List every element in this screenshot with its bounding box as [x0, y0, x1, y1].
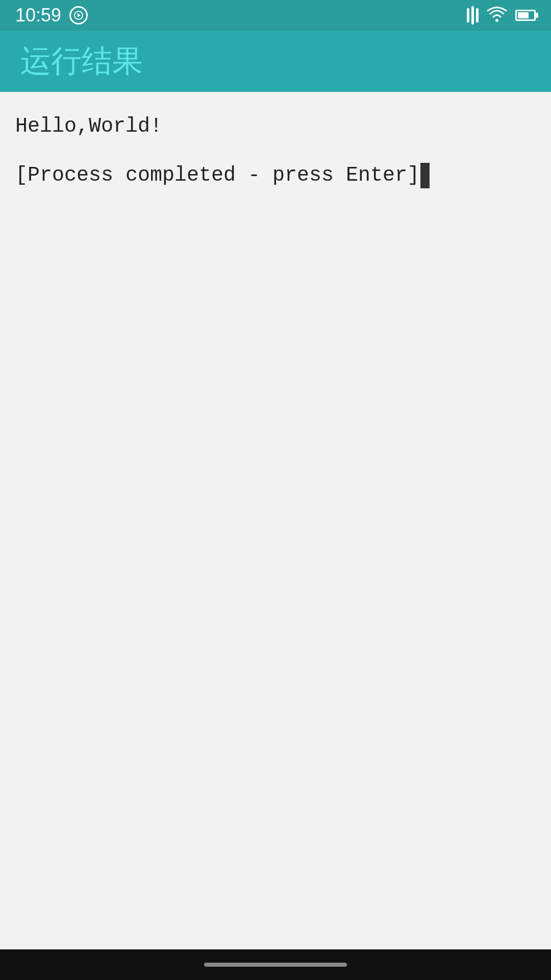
vibrate-icon	[467, 6, 479, 24]
nav-bar	[0, 949, 551, 980]
status-bar-left: 10:59	[15, 5, 88, 26]
hello-world-output: Hello,World!	[15, 112, 536, 141]
svg-marker-1	[78, 13, 81, 17]
app-bar: 运行结果	[0, 31, 551, 92]
process-completed-text: [Process completed - press Enter]	[15, 161, 419, 190]
status-bar-right	[467, 6, 536, 24]
app-title: 运行结果	[20, 41, 143, 82]
status-bar: 10:59	[0, 0, 551, 31]
battery-icon	[515, 10, 536, 21]
process-completed-output: [Process completed - press Enter]	[15, 161, 536, 190]
terminal-cursor	[420, 163, 430, 188]
svg-point-2	[495, 19, 498, 22]
content-area: Hello,World! [Process completed - press …	[0, 92, 551, 231]
wifi-icon	[487, 6, 507, 24]
status-time: 10:59	[15, 5, 61, 26]
media-icon	[69, 6, 88, 24]
home-indicator[interactable]	[204, 963, 347, 967]
